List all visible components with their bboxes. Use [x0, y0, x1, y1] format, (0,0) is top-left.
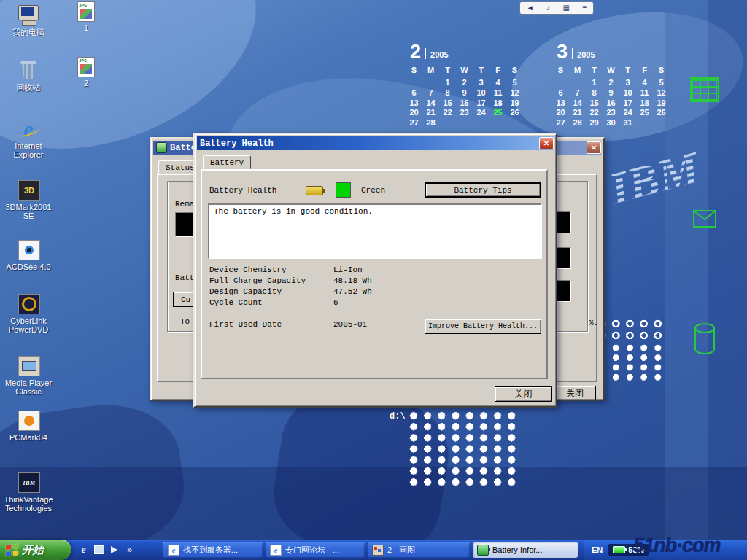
- quicklaunch-ie-icon[interactable]: e: [77, 544, 90, 556]
- calendar-day: [422, 77, 439, 88]
- calendar-weekday: S: [653, 65, 670, 77]
- toolbar-icon[interactable]: ◄: [527, 3, 534, 13]
- calendar-day: 11: [489, 88, 506, 98]
- calendar-divider: [425, 48, 426, 59]
- desktop-icon-thinkvantage[interactable]: IBM ThinkVantage Technologies: [2, 472, 55, 513]
- calendar-weekday: M: [422, 65, 439, 77]
- language-bar[interactable]: ◄ ♪ ▦ ≡: [519, 1, 594, 15]
- calendar-day: 19: [653, 98, 670, 108]
- desktop-file-1[interactable]: JPG 1: [70, 1, 102, 32]
- desktop-icon-acdsee[interactable]: ACDSee 4.0: [2, 239, 55, 271]
- calendar-weekday: T: [473, 65, 489, 77]
- wallpaper-dot-grid: [407, 411, 519, 488]
- task-label: 找不到服务器...: [183, 545, 238, 556]
- media-player-classic-icon: [16, 355, 41, 377]
- calendar-grid: SMTWTFS123456789101112131415161718192021…: [406, 65, 527, 128]
- calendar-day: 8: [439, 88, 456, 98]
- calendar-day: 26: [506, 107, 523, 117]
- close-icon[interactable]: ✕: [587, 141, 601, 154]
- percent-text-fragment: %.: [589, 319, 598, 327]
- start-button[interactable]: 开始: [0, 540, 71, 560]
- calendar-day: 28: [569, 117, 586, 128]
- close-icon[interactable]: ✕: [539, 137, 554, 149]
- field-label: Device Chemistry: [209, 265, 287, 274]
- quicklaunch-show-desktop-icon[interactable]: [93, 544, 105, 556]
- calendar-weekday: F: [489, 65, 506, 77]
- task-button-paint[interactable]: 2 - 画图: [368, 542, 470, 558]
- calendar-day: [456, 117, 473, 128]
- calendar-weekday: T: [619, 65, 636, 77]
- calendar-day: 9: [456, 88, 473, 98]
- calendar-day: [473, 117, 489, 128]
- desktop-icon-label: Media Player Classic: [2, 378, 55, 396]
- calendar-day: 11: [636, 88, 653, 98]
- jpg-tag: JPG: [79, 58, 87, 63]
- task-button-server-not-found[interactable]: e 找不到服务器...: [163, 542, 263, 558]
- note-icon[interactable]: ♪: [546, 3, 550, 13]
- calendar-day: [406, 77, 422, 88]
- desktop-icon-recycle-bin[interactable]: 回收站: [2, 60, 55, 92]
- close-button[interactable]: 关闭: [495, 386, 552, 402]
- field-label: Full Charge Capacity: [209, 276, 306, 285]
- battery-icon: [306, 186, 323, 195]
- language-indicator[interactable]: EN: [592, 545, 603, 554]
- 3dmark-icon: 3D: [16, 179, 41, 201]
- tab-battery[interactable]: Battery: [203, 155, 251, 169]
- thinkvantage-icon: IBM: [16, 472, 41, 494]
- calendar-day: 26: [653, 107, 670, 117]
- calendar-day: 15: [586, 98, 603, 108]
- calendar-day: 12: [653, 88, 670, 98]
- grid-icon[interactable]: ▦: [563, 3, 570, 13]
- calendar-day: 27: [552, 117, 569, 128]
- calendar-day: 18: [636, 98, 653, 108]
- calendar-day: 22: [586, 107, 603, 117]
- chevron-more-icon[interactable]: »: [123, 544, 136, 556]
- improve-battery-health-button[interactable]: Improve Battery Health...: [425, 319, 541, 334]
- calendar-day: 1: [439, 77, 456, 88]
- desktop-icon-media-player-classic[interactable]: Media Player Classic: [2, 355, 55, 396]
- close-button[interactable]: 关闭: [554, 386, 596, 400]
- calendar-day: [653, 117, 670, 128]
- condition-textbox[interactable]: The battery is in good condition.: [208, 203, 542, 259]
- desktop-icon-my-computer[interactable]: 我的电脑: [2, 4, 55, 36]
- desktop-icon-powerdvd[interactable]: CyberLink PowerDVD: [2, 293, 55, 334]
- windows-logo-icon: [6, 544, 18, 556]
- quicklaunch-media-player-icon[interactable]: [108, 544, 120, 556]
- calendar-day: 31: [619, 117, 636, 128]
- calendar-day: 9: [603, 88, 619, 98]
- battery-tab-panel: [201, 169, 548, 379]
- menu-icon[interactable]: ≡: [582, 3, 587, 13]
- calendar-day: 13: [552, 98, 569, 108]
- calendar-day: 6: [406, 88, 422, 98]
- calendar-day: 21: [422, 107, 439, 117]
- battery-health-titlebar[interactable]: Battery Health: [197, 136, 554, 150]
- desktop-icon-label: 回收站: [2, 83, 55, 92]
- calendar-day: 17: [473, 98, 489, 108]
- calendar-day: [569, 77, 586, 88]
- calendar-day: [489, 117, 506, 128]
- calendar-weekday: F: [636, 65, 653, 77]
- calendar-february: 2 2005 SMTWTFS12345678910111213141516171…: [406, 39, 527, 128]
- calendar-year: 2005: [577, 50, 595, 59]
- calendar-day: 29: [586, 117, 603, 128]
- desktop-icon-3dmark2001[interactable]: 3D 3DMark2001 SE: [2, 179, 55, 220]
- desktop-file-2[interactable]: JPG 2: [70, 57, 102, 88]
- calendar-weekday: S: [506, 65, 523, 77]
- battery-tips-button[interactable]: Battery Tips: [425, 182, 541, 198]
- calendar-day: 28: [422, 117, 439, 128]
- field-value: 48.18 Wh: [333, 276, 372, 285]
- task-label: Battery Infor...: [492, 545, 542, 554]
- ibm-logo: IBM: [600, 126, 734, 233]
- desktop-icon-pcmark04[interactable]: PCMark04: [2, 410, 55, 442]
- calendar-day: 10: [619, 88, 636, 98]
- calendar-weekday: W: [603, 65, 619, 77]
- calendar-day: 8: [586, 88, 603, 98]
- calendar-day: 6: [552, 88, 569, 98]
- task-button-forum[interactable]: e 专门网论坛 - ...: [266, 542, 365, 558]
- wallpaper-ring-grid: [595, 318, 666, 342]
- desktop-icon-internet-explorer[interactable]: e Internet Explorer: [2, 118, 55, 159]
- calendar-day: 2: [603, 77, 619, 88]
- task-button-battery-information[interactable]: Battery Infor...: [473, 542, 578, 558]
- powerdvd-icon: [16, 293, 41, 315]
- field-value: 6: [333, 298, 338, 307]
